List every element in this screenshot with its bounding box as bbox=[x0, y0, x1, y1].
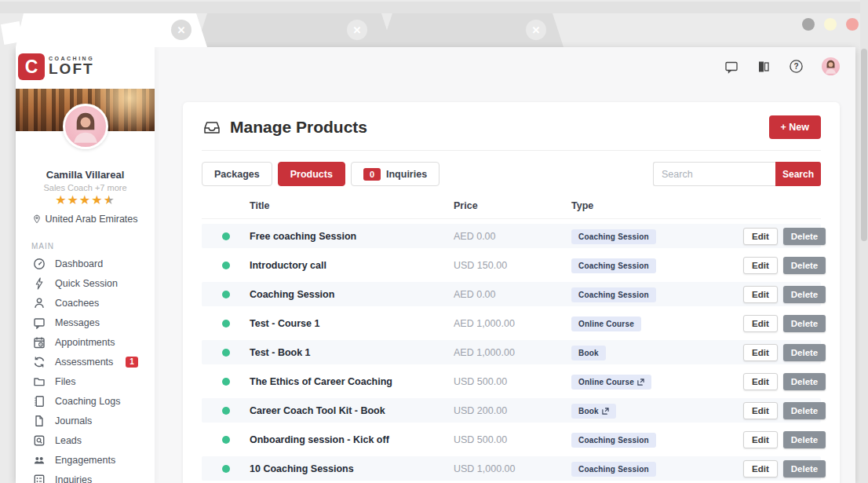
document-icon bbox=[33, 415, 46, 427]
scrollbar-track[interactable] bbox=[860, 0, 868, 483]
sidebar-item-journals[interactable]: Journals bbox=[16, 411, 155, 430]
table-row: 10 Coaching Sessions USD 1,000.00 Coachi… bbox=[202, 456, 821, 481]
edit-button[interactable]: Edit bbox=[743, 460, 778, 478]
product-price: USD 200.00 bbox=[454, 405, 571, 416]
background-tab[interactable]: ✕ bbox=[196, 13, 392, 47]
product-price: AED 1,000.00 bbox=[454, 347, 571, 358]
search-input[interactable] bbox=[653, 162, 775, 186]
edit-button[interactable]: Edit bbox=[743, 344, 778, 361]
inquiries-count-badge: 0 bbox=[363, 168, 381, 181]
avatar-illustration bbox=[65, 106, 106, 147]
nav-section-label: MAIN bbox=[31, 242, 155, 251]
edit-button[interactable]: Edit bbox=[743, 373, 778, 390]
person-icon bbox=[33, 297, 46, 309]
close-icon[interactable]: ✕ bbox=[171, 20, 191, 40]
sidebar-item-assessments[interactable]: Assessments 1 bbox=[16, 352, 155, 371]
delete-button[interactable]: Delete bbox=[783, 402, 826, 419]
delete-button[interactable]: Delete bbox=[783, 228, 826, 245]
delete-button[interactable]: Delete bbox=[783, 315, 826, 332]
svg-text:?: ? bbox=[793, 62, 798, 71]
sidebar-item-files[interactable]: Files bbox=[16, 371, 155, 391]
scrollbar-thumb[interactable] bbox=[861, 49, 867, 241]
column-type: Type bbox=[571, 200, 743, 211]
screen: ✕ ✕ ✕ C COACHING LOFT bbox=[0, 0, 868, 483]
type-badge: Coaching Session bbox=[571, 287, 656, 302]
background-tab[interactable]: ✕ bbox=[381, 13, 563, 47]
tab-inquiries[interactable]: 0 Inquiries bbox=[351, 162, 439, 186]
door-exit-icon[interactable] bbox=[757, 60, 771, 74]
edit-button[interactable]: Edit bbox=[743, 228, 778, 245]
status-dot bbox=[222, 349, 230, 357]
table-row: Career Coach Tool Kit - Book USD 200.00 … bbox=[202, 398, 821, 423]
active-tab[interactable]: ✕ bbox=[16, 13, 207, 47]
sidebar-item-appointments[interactable]: Appointments bbox=[16, 332, 155, 352]
divider bbox=[202, 150, 821, 151]
edit-button[interactable]: Edit bbox=[743, 431, 778, 448]
product-title: Onboarding session - Kick off bbox=[250, 434, 454, 445]
close-icon[interactable]: ✕ bbox=[526, 20, 546, 40]
type-badge: Online Course bbox=[571, 375, 651, 390]
edit-button[interactable]: Edit bbox=[743, 402, 778, 419]
edit-button[interactable]: Edit bbox=[743, 257, 778, 274]
product-price: AED 1,000.00 bbox=[454, 318, 571, 329]
sidebar-item-coaching-logs[interactable]: Coaching Logs bbox=[16, 391, 155, 411]
edit-button[interactable]: Edit bbox=[743, 315, 778, 332]
profile-role: Sales Coach +7 more bbox=[16, 183, 155, 192]
delete-button[interactable]: Delete bbox=[783, 286, 826, 303]
star-rating: ★★★★★ bbox=[16, 194, 155, 207]
tab-packages[interactable]: Packages bbox=[202, 162, 272, 186]
sidebar-item-inquiries[interactable]: Inquiries bbox=[16, 470, 155, 483]
table-row: The Ethics of Career Coaching USD 500.00… bbox=[202, 369, 821, 393]
logo[interactable]: C COACHING LOFT bbox=[16, 47, 155, 83]
sidebar-item-quick-session[interactable]: Quick Session bbox=[16, 273, 155, 293]
close-icon[interactable]: ✕ bbox=[347, 20, 367, 40]
edit-button[interactable]: Edit bbox=[743, 286, 778, 303]
window-dot-grey[interactable] bbox=[802, 18, 815, 31]
sidebar-item-leads[interactable]: Leads bbox=[16, 430, 155, 450]
sidebar-item-engagements[interactable]: Engagements bbox=[16, 450, 155, 470]
product-price: USD 500.00 bbox=[454, 376, 571, 387]
delete-button[interactable]: Delete bbox=[783, 431, 826, 448]
delete-button[interactable]: Delete bbox=[783, 344, 826, 361]
status-dot bbox=[222, 232, 230, 240]
inquiry-box-icon bbox=[33, 474, 46, 483]
delete-button[interactable]: Delete bbox=[783, 460, 826, 478]
sidebar: C COACHING LOFT Camilla Villareal Sales … bbox=[16, 47, 155, 483]
product-price: AED 0.00 bbox=[454, 289, 571, 300]
sync-arrows-icon bbox=[33, 356, 46, 368]
lightning-icon bbox=[33, 277, 46, 290]
chat-bubble-icon[interactable] bbox=[724, 60, 739, 74]
table-row: Onboarding session - Kick off USD 500.00… bbox=[202, 427, 821, 452]
type-badge: Coaching Session bbox=[571, 229, 656, 244]
manage-products-card: Manage Products + New Packages Products … bbox=[183, 102, 840, 483]
external-link-icon bbox=[602, 408, 609, 415]
delete-button[interactable]: Delete bbox=[783, 373, 826, 390]
external-link-icon bbox=[637, 379, 644, 386]
sidebar-item-coachees[interactable]: Coachees bbox=[16, 293, 155, 313]
sidebar-item-messages[interactable]: Messages bbox=[16, 313, 155, 332]
profile-name: Camilla Villareal bbox=[16, 169, 155, 181]
product-title: Career Coach Tool Kit - Book bbox=[250, 405, 454, 416]
dashboard-gauge-icon bbox=[33, 258, 46, 270]
product-title: Test - Book 1 bbox=[250, 347, 454, 358]
window-dot-yellow[interactable] bbox=[824, 18, 837, 31]
table-row: Test - Course 1 AED 1,000.00 Online Cour… bbox=[202, 311, 821, 335]
calendar-clock-icon bbox=[33, 336, 46, 349]
window-dot-pink[interactable] bbox=[846, 18, 859, 31]
search-button[interactable]: Search bbox=[775, 162, 821, 186]
table-body: Free coaching Session AED 0.00 Coaching … bbox=[202, 224, 821, 483]
window-controls bbox=[802, 18, 859, 31]
tab-products[interactable]: Products bbox=[278, 162, 345, 186]
user-avatar[interactable] bbox=[822, 57, 840, 75]
product-price: USD 1,000.00 bbox=[454, 463, 571, 474]
sidebar-item-dashboard[interactable]: Dashboard bbox=[16, 254, 155, 273]
help-icon[interactable]: ? bbox=[789, 59, 804, 74]
product-title: The Ethics of Career Coaching bbox=[250, 376, 454, 387]
status-dot bbox=[222, 436, 230, 444]
logo-badge: C bbox=[18, 53, 45, 80]
new-button[interactable]: + New bbox=[769, 115, 821, 139]
product-title: Free coaching Session bbox=[250, 231, 454, 242]
notebook-icon bbox=[33, 395, 46, 408]
delete-button[interactable]: Delete bbox=[783, 257, 826, 274]
table-row: Test - Book 1 AED 1,000.00 Book EditDele… bbox=[202, 340, 821, 364]
